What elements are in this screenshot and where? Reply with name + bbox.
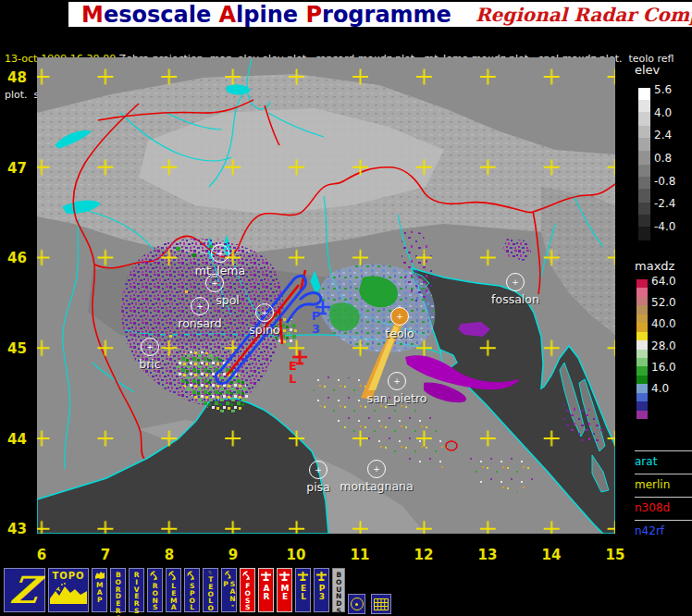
scope-icon xyxy=(351,598,364,610)
zebra-logo-button[interactable]: Z xyxy=(4,568,45,612)
station-circle-icon: + xyxy=(141,338,159,356)
maxdz-tick: 16.0 xyxy=(651,361,676,374)
elev-colorbar-ticks: 5.6 4.0 2.4 0.8 -0.8 -2.4 -4.0 xyxy=(654,83,675,233)
lon-label: 13 xyxy=(474,547,501,563)
lon-label: 15 xyxy=(601,547,629,563)
elev-colorbar xyxy=(638,88,650,240)
airplane-icon xyxy=(260,571,272,583)
maxdz-tick: 40.0 xyxy=(651,317,676,330)
teolo-radar-button[interactable]: TEOLO xyxy=(203,568,218,612)
elev-tick: -2.4 xyxy=(654,197,675,210)
station-circle-icon: + xyxy=(506,273,525,291)
station-circle-icon: + xyxy=(191,297,209,315)
radar-dish-icon xyxy=(150,571,160,581)
zebra-radar-display: Mesoscale Alpine Programme Regional Rada… xyxy=(0,0,692,616)
title-part: lpine xyxy=(236,2,305,28)
track-legend-merlin: merlin xyxy=(635,474,692,491)
station-label: teolo xyxy=(385,326,414,340)
radar-dish-icon xyxy=(242,571,253,581)
map-icon xyxy=(94,571,105,580)
station-label: pisa xyxy=(306,480,330,494)
title-part: esoscale xyxy=(104,2,219,28)
aircraft-label: P3 xyxy=(310,309,322,335)
airplane-icon xyxy=(297,571,309,583)
radar-dish-icon xyxy=(205,571,216,574)
aircraft-label: EL xyxy=(287,359,299,385)
station-circle-icon: + xyxy=(388,372,406,390)
merlin-aircraft-button[interactable]: ME xyxy=(277,568,292,612)
maxdz-tick: 64.0 xyxy=(651,275,676,288)
station-label: fossalon xyxy=(491,292,539,306)
maxdz-colorbar-ticks: 64.0 52.0 40.0 28.0 16.0 4.0 xyxy=(651,275,676,395)
header-bar: Mesoscale Alpine Programme Regional Rada… xyxy=(68,2,692,27)
station-label: spol xyxy=(216,293,240,307)
station-label: san_pietro xyxy=(367,391,427,405)
lat-label: 43 xyxy=(7,521,33,537)
arat-aircraft-button[interactable]: AR xyxy=(258,568,274,612)
p3-aircraft-button[interactable]: P3 xyxy=(314,568,329,612)
lon-label: 14 xyxy=(538,547,565,563)
radar-dish-icon xyxy=(187,571,197,581)
rons-radar-button[interactable]: RONS xyxy=(147,568,163,612)
maxdz-tick: 4.0 xyxy=(651,382,676,395)
elev-tick: 2.4 xyxy=(654,129,675,142)
title-part: P xyxy=(305,2,322,28)
mountain-icon xyxy=(50,581,87,605)
maxdz-colorbar xyxy=(636,279,648,419)
elev-colorbar-title: elev xyxy=(635,63,660,77)
lema-radar-button[interactable]: LEMA xyxy=(166,568,181,612)
topo-button[interactable]: TOPO xyxy=(48,568,89,612)
station-circle-icon: + xyxy=(255,303,274,322)
track-legend-arat: arat xyxy=(635,450,692,468)
lat-label: 46 xyxy=(7,250,33,266)
title-part: M xyxy=(81,2,104,28)
lon-label: 8 xyxy=(155,547,183,563)
map-button[interactable]: MAP xyxy=(92,568,107,612)
radar-dish-icon xyxy=(224,571,234,579)
toolbar: Z TOPO MAP BORDERS RIVERS RONS LEMA xyxy=(0,568,692,616)
track-legend-n42rf: n42rf xyxy=(635,520,692,537)
station-label: ronsard xyxy=(178,316,221,330)
lat-label: 45 xyxy=(7,340,33,357)
airplane-icon xyxy=(315,571,327,583)
station-circle-icon: + xyxy=(211,244,229,263)
airplane-icon xyxy=(278,571,290,583)
borders-button[interactable]: BORDERS xyxy=(110,568,126,612)
zebra-z-icon: Z xyxy=(8,572,41,609)
lon-label: 12 xyxy=(410,547,438,563)
app-title: Mesoscale Alpine Programme xyxy=(81,2,451,28)
station-label: montagnana xyxy=(340,479,413,493)
lat-label: 48 xyxy=(7,69,33,86)
spol-radar-button[interactable]: SPOL xyxy=(184,568,200,612)
station-circle-icon: + xyxy=(309,461,327,479)
maxdz-tick: 28.0 xyxy=(651,339,676,352)
elev-tick: 4.0 xyxy=(654,106,675,119)
grid-button[interactable] xyxy=(371,594,391,614)
station-circle-icon: + xyxy=(390,307,409,326)
electra-aircraft-button[interactable]: EL xyxy=(295,568,311,612)
lon-label: 6 xyxy=(28,547,56,563)
bounds-button[interactable]: BOUNDS xyxy=(332,568,345,612)
maxdz-colorbar-title: maxdz xyxy=(635,259,674,273)
lat-label: 47 xyxy=(7,160,33,177)
elev-tick: -4.0 xyxy=(654,220,675,233)
title-part: rogramme xyxy=(322,2,451,28)
maxdz-tick: 52.0 xyxy=(651,296,676,309)
lon-label: 10 xyxy=(282,547,310,563)
subtitle: Regional Radar Composite xyxy=(476,4,692,26)
elev-tick: 0.8 xyxy=(654,152,675,165)
rivers-button[interactable]: RIVERS xyxy=(129,568,144,612)
station-circle-icon: + xyxy=(205,274,224,292)
station-label: spino xyxy=(249,323,280,337)
fossalon-radar-button[interactable]: FOSS xyxy=(240,568,255,612)
lon-label: 7 xyxy=(92,547,119,563)
station-circle-icon: + xyxy=(367,460,386,478)
map-canvas[interactable]: + mt_lema + spol + ronsard + spino + bri… xyxy=(37,57,615,534)
scope-button[interactable] xyxy=(348,594,365,614)
title-part: A xyxy=(219,2,237,28)
radar-dish-icon xyxy=(168,571,179,581)
lon-label: 11 xyxy=(346,547,374,563)
san-pietro-radar-button[interactable]: SAN-P xyxy=(221,568,237,612)
elev-tick: -0.8 xyxy=(654,175,675,188)
lat-label: 44 xyxy=(7,431,33,448)
